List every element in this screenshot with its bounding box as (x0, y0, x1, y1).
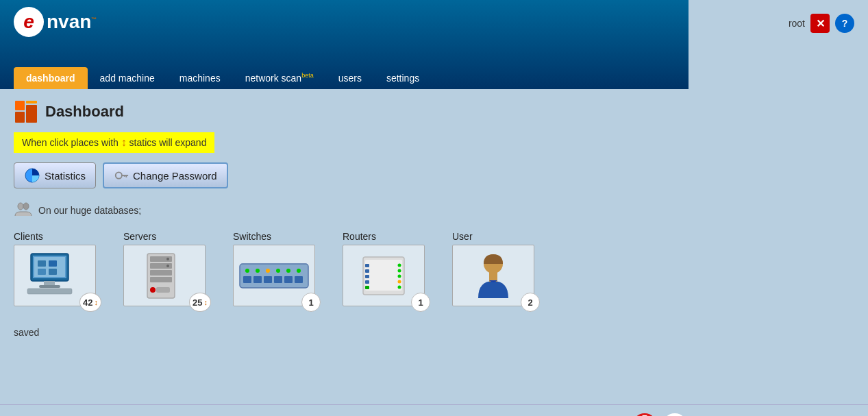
routers-badge: 1 (411, 293, 430, 312)
svg-rect-49 (365, 286, 369, 289)
switches-switch-icon (236, 250, 312, 302)
database-icon (14, 201, 33, 220)
key-icon (114, 168, 129, 183)
svg-rect-0 (15, 112, 25, 123)
svg-rect-34 (274, 276, 282, 283)
svg-rect-33 (264, 276, 272, 283)
main-nav: dashboard add machine machines network s… (14, 66, 675, 89)
app-logo: e nvan™ (14, 7, 97, 37)
svg-rect-19 (38, 269, 46, 275)
nav-users[interactable]: users (326, 67, 374, 89)
svg-rect-44 (365, 260, 402, 291)
card-routers: Routers (343, 231, 432, 313)
card-switches-label: Switches (233, 231, 271, 242)
nav-add-machine[interactable]: add machine (88, 67, 167, 89)
svg-rect-46 (365, 269, 369, 273)
svg-point-5 (116, 172, 122, 178)
svg-rect-2 (15, 101, 25, 110)
user-count: 2 (528, 297, 532, 308)
db-info-text: On our huge databases; (38, 205, 141, 216)
routers-router-icon (353, 250, 414, 302)
svg-point-54 (398, 285, 401, 289)
svg-rect-14 (44, 281, 55, 285)
nav-dashboard[interactable]: dashboard (14, 67, 88, 89)
card-servers-label: Servers (123, 231, 156, 242)
db-info-row: On our huge databases; (14, 201, 854, 220)
statistics-button[interactable]: Statistics (14, 162, 96, 188)
svg-rect-15 (39, 285, 60, 288)
help-button[interactable]: ? (835, 14, 854, 33)
svg-point-40 (276, 269, 280, 273)
servers-badge: 25 ↕ (189, 293, 211, 312)
clients-pc-icon (24, 250, 86, 302)
user-avatar-icon (466, 250, 521, 302)
card-user-label: User (452, 231, 473, 242)
footer: Runsgreat on (0, 404, 868, 416)
close-button[interactable]: ✕ (810, 14, 830, 33)
help-icon: ? (842, 18, 848, 29)
firefox-icon (693, 413, 717, 416)
svg-rect-24 (150, 270, 172, 276)
card-routers-label: Routers (343, 231, 376, 242)
header: e nvan™ dashboard add machine machines n… (0, 0, 689, 89)
svg-rect-30 (240, 264, 308, 288)
clients-arrows: ↕ (95, 298, 99, 306)
beta-badge: beta (301, 72, 314, 79)
svg-rect-36 (295, 276, 303, 283)
svg-point-28 (150, 287, 156, 293)
servers-arrows: ↕ (204, 298, 208, 306)
svg-rect-48 (365, 280, 369, 284)
svg-rect-56 (489, 272, 497, 282)
dashboard-icon (14, 99, 38, 124)
clients-badge: 42 ↕ (79, 293, 101, 312)
card-clients: Clients (14, 231, 103, 313)
nav-machines[interactable]: machines (167, 67, 233, 89)
svg-rect-16 (27, 289, 72, 294)
svg-rect-1 (26, 105, 37, 123)
svg-rect-47 (365, 275, 369, 278)
statistics-icon (24, 167, 40, 184)
svg-rect-25 (150, 277, 172, 282)
close-icon: ✕ (816, 17, 825, 30)
svg-point-41 (286, 269, 290, 273)
change-password-label: Change Password (133, 170, 217, 182)
svg-rect-31 (243, 276, 251, 283)
svg-rect-3 (26, 101, 37, 103)
statistics-label: Statistics (45, 170, 86, 182)
svg-rect-32 (253, 276, 262, 283)
routers-count: 1 (418, 297, 423, 308)
nav-settings[interactable]: settings (374, 67, 432, 89)
change-password-button[interactable]: Change Password (103, 162, 228, 188)
svg-point-9 (18, 203, 23, 210)
switches-count: 1 (308, 297, 313, 308)
svg-point-52 (398, 274, 401, 278)
card-clients-label: Clients (14, 231, 43, 242)
info-bar: When click places with ↕ statics will ex… (14, 132, 214, 153)
svg-rect-18 (49, 260, 57, 267)
logo-letter: e (23, 11, 34, 33)
action-buttons: Statistics Change Password (14, 162, 854, 188)
nav-network-scan[interactable]: network scanbeta (233, 66, 326, 89)
saved-text: saved (14, 327, 854, 338)
browser-icons: C e (631, 413, 749, 416)
servers-count: 25 (193, 297, 202, 308)
card-servers: Servers (123, 231, 212, 313)
svg-point-42 (297, 269, 301, 273)
svg-rect-17 (38, 260, 46, 267)
svg-rect-20 (49, 269, 57, 275)
chrome-icon: C (662, 413, 687, 416)
servers-server-icon (134, 250, 195, 302)
page-title: Dashboard (45, 103, 124, 121)
cards-row: Clients (14, 231, 854, 313)
svg-point-26 (166, 258, 169, 260)
svg-point-37 (245, 269, 249, 273)
clients-count: 42 (83, 297, 92, 308)
svg-rect-35 (284, 276, 293, 283)
user-badge: 2 (521, 293, 540, 312)
svg-point-51 (398, 269, 401, 272)
svg-point-10 (23, 203, 29, 210)
ie-icon: e (723, 413, 747, 416)
main-content: Dashboard When click places with ↕ stati… (0, 89, 868, 404)
svg-point-50 (398, 263, 401, 267)
svg-point-39 (266, 269, 270, 273)
